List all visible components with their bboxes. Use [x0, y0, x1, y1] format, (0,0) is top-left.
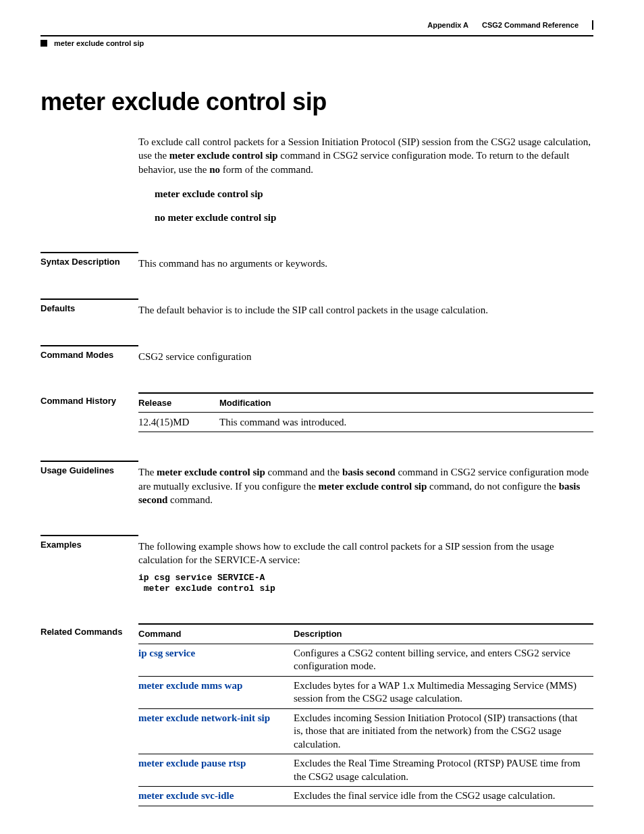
intro-bold-cmd: meter exclude control sip	[169, 150, 278, 161]
section-command-history: Command History Release Modification 12.…	[41, 392, 593, 433]
cell-release: 12.4(15)MD	[138, 413, 219, 432]
command-link[interactable]: meter exclude mms wap	[138, 680, 242, 691]
page-title: meter exclude control sip	[41, 88, 593, 116]
section-related-commands: Related Commands Command Description ip …	[41, 623, 593, 806]
page-header: Appendix A CSG2 Command Reference	[0, 0, 644, 35]
header-square-icon	[41, 40, 47, 47]
usage-text: command and the	[265, 467, 342, 477]
command-link[interactable]: meter exclude svc-idle	[138, 790, 234, 801]
command-link[interactable]: ip csg service	[138, 648, 195, 658]
table-row: meter exclude pause rtspExcludes the Rea…	[138, 754, 593, 787]
section-command-modes: Command Modes CSG2 service configuration	[41, 345, 593, 363]
table-row: meter exclude svc-idleExcludes the final…	[138, 787, 593, 806]
section-syntax-description: Syntax Description This command has no a…	[41, 252, 593, 270]
syntax-line: meter exclude control sip	[155, 188, 593, 200]
intro-bold-no: no	[209, 164, 220, 175]
section-label: Syntax Description	[41, 252, 138, 267]
code-block: ip csg service SERVICE-A meter exclude c…	[138, 573, 593, 596]
cell-description: Excludes the Real Time Streaming Protoco…	[294, 754, 593, 787]
table-header-description: Description	[294, 624, 593, 644]
section-defaults: Defaults The default behavior is to incl…	[41, 298, 593, 317]
section-examples: Examples The following example shows how…	[41, 535, 593, 595]
appendix-label: Appendix A	[427, 21, 468, 29]
usage-bold: basis second	[342, 467, 396, 477]
section-label: Defaults	[41, 298, 138, 313]
section-body: The default behavior is to include the S…	[138, 298, 593, 317]
related-commands-table: Command Description ip csg serviceConfig…	[138, 623, 593, 806]
table-header-command: Command	[138, 624, 294, 644]
intro-text: form of the command.	[220, 164, 313, 175]
cell-description: Configures a CSG2 content billing servic…	[294, 644, 593, 676]
command-link[interactable]: meter exclude network-init sip	[138, 712, 270, 723]
content-area: meter exclude control sip To exclude cal…	[0, 47, 644, 833]
section-body: This command has no arguments or keyword…	[138, 252, 593, 270]
usage-bold: meter exclude control sip	[319, 481, 427, 492]
table-row: 12.4(15)MD This command was introduced.	[138, 413, 593, 432]
cell-description: Excludes bytes for a WAP 1.x Multimedia …	[294, 676, 593, 708]
header-left-row: meter exclude control sip	[0, 36, 644, 47]
section-body: CSG2 service configuration	[138, 345, 593, 363]
section-body: The following example shows how to exclu…	[138, 535, 593, 595]
usage-bold: meter exclude control sip	[157, 467, 265, 477]
divider-bar-icon	[592, 20, 593, 30]
intro-paragraph: To exclude call control packets for a Se…	[138, 135, 593, 176]
table-row: meter exclude network-init sipExcludes i…	[138, 708, 593, 754]
section-usage-guidelines: Usage Guidelines The meter exclude contr…	[41, 461, 593, 506]
table-header-modification: Modification	[219, 393, 593, 413]
syntax-block: meter exclude control sip no meter exclu…	[138, 188, 593, 224]
section-label: Related Commands	[41, 627, 138, 637]
running-head-left: meter exclude control sip	[54, 39, 144, 47]
section-label: Examples	[41, 535, 138, 550]
usage-text: command, do not configure the	[427, 481, 558, 492]
section-label: Usage Guidelines	[41, 461, 138, 475]
table-row: ip csg serviceConfigures a CSG2 content …	[138, 644, 593, 676]
cell-description: Excludes incoming Session Initiation Pro…	[294, 708, 593, 754]
cell-modification: This command was introduced.	[219, 413, 593, 432]
header-right-block: Appendix A CSG2 Command Reference	[427, 20, 593, 30]
usage-text: The	[138, 467, 157, 477]
cell-description: Excludes the final service idle from the…	[294, 787, 593, 806]
examples-text: The following example shows how to exclu…	[138, 540, 593, 567]
table-header-release: Release	[138, 393, 219, 413]
command-history-table: Release Modification 12.4(15)MD This com…	[138, 392, 593, 433]
section-body: The meter exclude control sip command an…	[138, 461, 593, 506]
usage-text: command.	[167, 494, 213, 505]
section-label: Command Modes	[41, 345, 138, 360]
section-label: Command History	[41, 396, 138, 406]
command-link[interactable]: meter exclude pause rtsp	[138, 758, 246, 768]
table-row: meter exclude mms wapExcludes bytes for …	[138, 676, 593, 708]
appendix-title: CSG2 Command Reference	[482, 21, 579, 29]
syntax-line: no meter exclude control sip	[155, 212, 593, 224]
